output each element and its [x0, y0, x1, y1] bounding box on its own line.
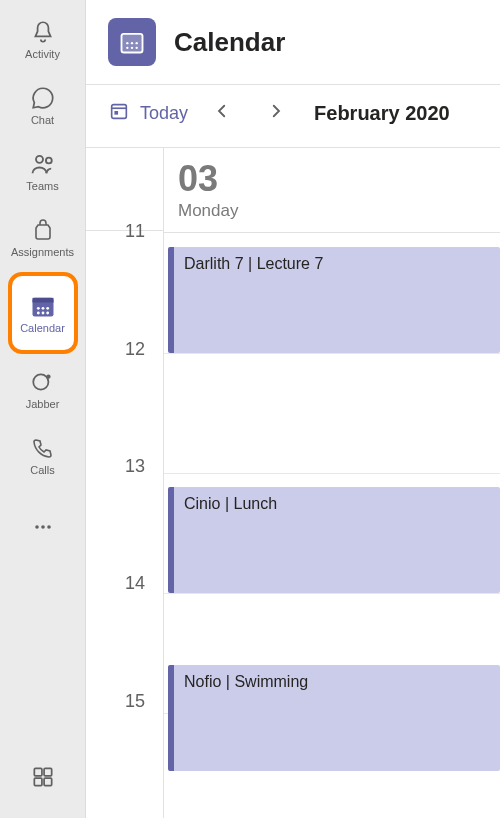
nav-calendar[interactable]: Calendar	[8, 272, 78, 354]
nav-label: Assignments	[11, 246, 74, 258]
time-label: 11	[86, 231, 163, 348]
event-title: Cinio | Lunch	[184, 495, 277, 512]
nav-label: Calendar	[20, 322, 65, 334]
svg-point-22	[131, 42, 133, 44]
svg-rect-18	[44, 778, 52, 786]
svg-rect-3	[32, 298, 53, 303]
svg-rect-16	[44, 768, 52, 776]
page-title: Calendar	[174, 27, 285, 58]
svg-point-6	[46, 307, 49, 310]
nav-more[interactable]	[8, 496, 78, 558]
event-title: Nofio | Swimming	[184, 673, 308, 690]
svg-point-25	[131, 47, 133, 49]
day-column[interactable]: 03 Monday Darlith 7 | Lecture 7 Cinio | …	[164, 148, 500, 818]
nav-apps[interactable]	[8, 746, 78, 808]
time-label: 15	[86, 701, 163, 818]
svg-point-13	[41, 525, 45, 529]
calendar-grid: 11 12 13 14 15 03 Monday Darlith 7 | Lec…	[86, 148, 500, 818]
svg-rect-17	[34, 778, 42, 786]
svg-point-26	[136, 47, 138, 49]
slots-area[interactable]: Darlith 7 | Lecture 7 Cinio | Lunch Nofi…	[164, 233, 500, 818]
svg-point-24	[126, 47, 128, 49]
main-content: Calendar Today February 2020 11 12 13	[86, 0, 500, 818]
app-rail: Activity Chat Teams Assignments Calendar…	[0, 0, 86, 818]
calendar-toolbar: Today February 2020	[86, 85, 500, 148]
svg-point-8	[41, 312, 44, 315]
svg-point-7	[36, 312, 39, 315]
page-header: Calendar	[86, 0, 500, 84]
prev-button[interactable]	[202, 93, 242, 133]
teams-icon	[29, 150, 57, 178]
time-label: 12	[86, 349, 163, 466]
nav-label: Calls	[30, 464, 54, 476]
assignments-icon	[29, 216, 57, 244]
day-number: 03	[178, 159, 486, 199]
chevron-left-icon	[213, 102, 231, 125]
day-name: Monday	[178, 201, 486, 221]
svg-point-21	[126, 42, 128, 44]
calls-icon	[29, 434, 57, 462]
today-label: Today	[140, 103, 188, 124]
time-label: 13	[86, 466, 163, 583]
svg-rect-27	[112, 104, 127, 118]
nav-label: Activity	[25, 48, 60, 60]
next-button[interactable]	[256, 93, 296, 133]
month-label: February 2020	[314, 102, 450, 125]
svg-point-9	[46, 312, 49, 315]
nav-label: Jabber	[26, 398, 60, 410]
today-icon	[108, 100, 130, 127]
chevron-right-icon	[267, 102, 285, 125]
today-button[interactable]: Today	[108, 100, 188, 127]
calendar-event[interactable]: Cinio | Lunch	[168, 487, 500, 593]
apps-icon	[29, 763, 57, 791]
svg-point-5	[41, 307, 44, 310]
svg-point-1	[45, 158, 51, 164]
calendar-icon	[29, 292, 57, 320]
svg-point-10	[33, 374, 48, 389]
activity-icon	[29, 18, 57, 46]
event-title: Darlith 7 | Lecture 7	[184, 255, 323, 272]
calendar-event[interactable]: Darlith 7 | Lecture 7	[168, 247, 500, 353]
svg-point-11	[46, 374, 50, 378]
svg-point-4	[36, 307, 39, 310]
nav-teams[interactable]: Teams	[8, 140, 78, 202]
svg-point-23	[136, 42, 138, 44]
svg-point-12	[35, 525, 39, 529]
time-gutter: 11 12 13 14 15	[86, 148, 164, 818]
time-label: 14	[86, 583, 163, 700]
svg-rect-15	[34, 768, 42, 776]
nav-label: Chat	[31, 114, 54, 126]
jabber-icon	[29, 368, 57, 396]
nav-activity[interactable]: Activity	[8, 8, 78, 70]
more-icon	[29, 513, 57, 541]
nav-assignments[interactable]: Assignments	[8, 206, 78, 268]
nav-calls[interactable]: Calls	[8, 424, 78, 486]
svg-point-14	[47, 525, 51, 529]
day-header: 03 Monday	[164, 148, 500, 233]
nav-label: Teams	[26, 180, 58, 192]
calendar-app-icon	[108, 18, 156, 66]
svg-point-0	[36, 156, 43, 163]
chat-icon	[29, 84, 57, 112]
nav-chat[interactable]: Chat	[8, 74, 78, 136]
nav-jabber[interactable]: Jabber	[8, 358, 78, 420]
svg-rect-28	[114, 111, 118, 115]
calendar-event[interactable]: Nofio | Swimming	[168, 665, 500, 771]
